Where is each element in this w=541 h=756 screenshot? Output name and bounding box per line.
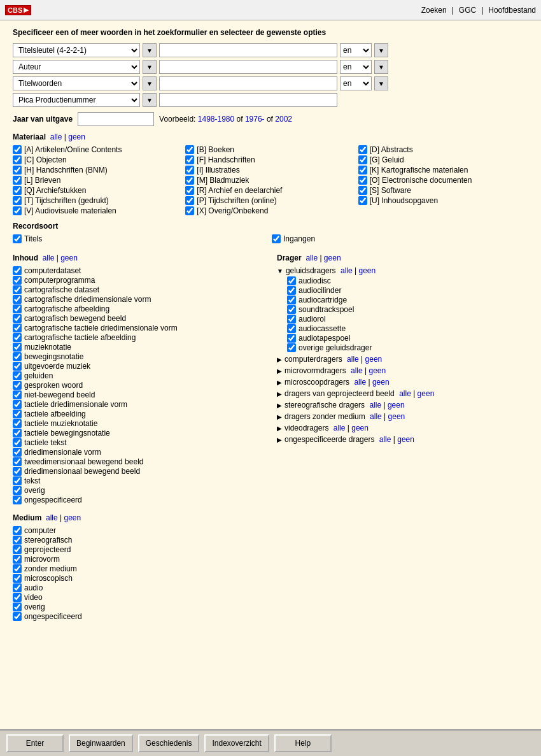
stereografische-geen[interactable]: geen [388,401,405,410]
inhoud-cartogr-tact-afb[interactable] [13,333,22,342]
connector-btn-3[interactable]: ▼ [374,76,388,90]
inhoud-cartogr-dataset[interactable] [13,285,22,294]
search-input-3[interactable] [159,76,337,90]
inhoud-bewnot[interactable] [13,352,22,361]
connector-select-2[interactable]: en [340,60,372,74]
inhoud-computerprogramma[interactable] [13,276,22,285]
inhoud-cartogr-bew[interactable] [13,314,22,323]
search-input-1[interactable] [159,43,337,57]
expand-icon[interactable]: ▶ [277,425,282,432]
help-button[interactable]: Help [274,734,332,752]
dropdown-btn-3[interactable]: ▼ [143,76,157,90]
connector-select-3[interactable]: en [340,76,372,90]
inhoud-2dbew[interactable] [13,457,22,466]
zondermedium-geen[interactable]: geen [388,412,405,421]
geluidsdragers-geen[interactable]: geen [358,266,376,275]
rec-ingangen-cb[interactable] [272,234,281,243]
drager-alle[interactable]: alle [306,253,318,262]
inhoud-gespwoord[interactable] [13,381,22,390]
indexoverzicht-button[interactable]: Indexoverzicht [204,734,269,752]
mat-H-cb[interactable] [13,166,22,175]
connector-btn-2[interactable]: ▼ [374,60,388,74]
expand-icon[interactable]: ▶ [277,413,282,420]
inhoud-computerdataset[interactable] [13,266,22,275]
inhoud-overig[interactable] [13,486,22,495]
geprojecteerd-geen[interactable]: geen [418,389,435,398]
search-input-2[interactable] [159,60,337,74]
inhoud-uitgmuz[interactable] [13,362,22,371]
inhoud-cartogr-afb[interactable] [13,304,22,313]
stereografische-alle[interactable]: alle [369,401,381,410]
nav-zoeken[interactable]: Zoeken [421,6,447,15]
microscoopdragers-geen[interactable]: geen [372,378,390,387]
drager-audiorol[interactable] [287,315,296,324]
computerdragers-geen[interactable]: geen [365,355,383,364]
drager-audiodisc[interactable] [287,276,296,285]
inhoud-geluiden[interactable] [13,371,22,380]
geprojecteerd-alle[interactable]: alle [399,389,411,398]
expand-icon[interactable]: ▶ [277,436,282,443]
inhoud-tactafb[interactable] [13,410,22,418]
videodragers-alle[interactable]: alle [334,424,346,432]
microvormdragers-geen[interactable]: geen [369,366,386,375]
inhoud-3dvorm[interactable] [13,448,22,457]
expand-icon[interactable]: ▶ [277,356,282,363]
medium-overig[interactable] [13,603,22,611]
drager-geen[interactable]: geen [324,253,341,262]
connector-btn-1[interactable]: ▼ [374,43,388,57]
jaar-link-3[interactable]: 2002 [275,115,292,124]
inhoud-ongespec[interactable] [13,496,22,504]
beginwaarden-button[interactable]: Beginwaarden [69,734,133,752]
expand-icon[interactable]: ▶ [277,379,282,386]
field-select-2[interactable]: Auteur [13,60,140,74]
medium-video[interactable] [13,593,22,602]
nav-hoofdbestand[interactable]: Hoofdbestand [488,6,536,15]
medium-alle[interactable]: alle [46,513,58,522]
jaar-link-1[interactable]: 1498-1980 [198,115,234,124]
expand-icon[interactable]: ▼ [277,267,283,275]
mat-V-cb[interactable] [13,206,22,215]
field-select-1[interactable]: Titelsleutel (4-2-2-1) [13,43,140,57]
inhoud-tactbew[interactable] [13,429,22,438]
inhoud-alle[interactable]: alle [43,253,55,262]
field-select-4[interactable]: Pica Productienummer [13,93,140,107]
zondermedium-alle[interactable]: alle [370,412,382,421]
materiaal-geen[interactable]: geen [68,132,85,141]
medium-zondermedium[interactable] [13,564,22,573]
inhoud-tekst[interactable] [13,476,22,485]
expand-icon[interactable]: ▶ [277,390,282,397]
computerdragers-alle[interactable]: alle [347,355,359,364]
mat-R-cb[interactable] [185,186,194,195]
connector-select-1[interactable]: en [340,43,372,57]
drager-audiocassette[interactable] [287,324,296,333]
geschiedenis-button[interactable]: Geschiedenis [138,734,200,752]
rec-titels-cb[interactable] [13,234,22,243]
medium-microscopisch[interactable] [13,574,22,583]
videodragers-geen[interactable]: geen [351,424,369,432]
mat-A-cb[interactable] [13,145,22,154]
mat-D-cb[interactable] [358,145,367,154]
expand-icon[interactable]: ▶ [277,367,282,374]
mat-O-cb[interactable] [358,176,367,185]
inhoud-tacttekst[interactable] [13,438,22,447]
ongespec-geen[interactable]: geen [397,435,414,444]
drager-audiocartridge[interactable] [287,296,296,304]
mat-P-cb[interactable] [185,196,194,205]
expand-icon[interactable]: ▶ [277,402,282,409]
microvormdragers-alle[interactable]: alle [351,366,363,375]
medium-computer[interactable] [13,526,22,535]
medium-ongespecificeerd[interactable] [13,612,22,621]
inhoud-muzieknot[interactable] [13,343,22,352]
mat-K-cb[interactable] [358,166,367,175]
inhoud-cartogr-3d[interactable] [13,295,22,304]
medium-audio[interactable] [13,583,22,592]
inhoud-3dbew[interactable] [13,467,22,476]
enter-button[interactable]: Enter [6,734,64,752]
mat-T-cb[interactable] [13,196,22,205]
mat-G-cb[interactable] [358,155,367,164]
drager-audiotapespoel[interactable] [287,334,296,343]
drager-overigegeluidsdr[interactable] [287,343,296,352]
inhoud-cartogr-tact-3d[interactable] [13,324,22,332]
drager-soundtrackspoel[interactable] [287,305,296,314]
dropdown-btn-1[interactable]: ▼ [143,43,157,57]
